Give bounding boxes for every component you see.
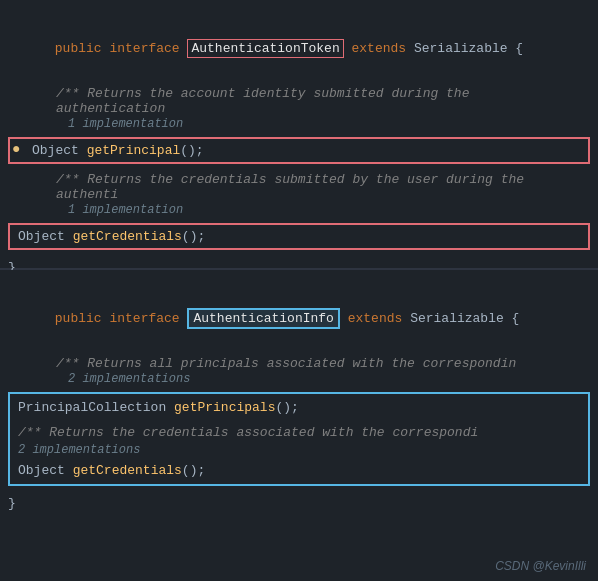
top-panel-header: public interface AuthenticationToken ext… (0, 10, 598, 84)
closing-brace-bottom: } (0, 490, 598, 517)
method-get-principals: PrincipalCollection getPrincipals(); (14, 396, 584, 419)
blue-bordered-box-bottom: PrincipalCollection getPrincipals(); /**… (8, 392, 590, 486)
method-name-get-principals: getPrincipals (174, 400, 275, 415)
bottom-panel: public interface AuthenticationInfo exte… (0, 270, 598, 581)
bullet-icon: ● (12, 141, 20, 157)
comment-1-bottom: /** Returns all principals associated wi… (16, 356, 582, 371)
serializable-ref-2: Serializable (410, 311, 504, 326)
impl-note-1-bottom: 2 implementations (16, 371, 582, 388)
keyword-extends-2: extends (348, 311, 403, 326)
method-get-credentials-top: Object getCredentials(); (14, 227, 584, 246)
method-name-get-credentials-bottom: getCredentials (73, 463, 182, 478)
comment-1-top: /** Returns the account identity submitt… (16, 86, 582, 116)
method-get-principal: Object getPrincipal(); (28, 141, 584, 160)
class-name-authentication-token: AuthenticationToken (187, 39, 343, 58)
keyword-interface-2: interface (109, 311, 179, 326)
code-viewer: public interface AuthenticationToken ext… (0, 0, 598, 581)
red-bordered-box-top-2: Object getCredentials(); (8, 223, 590, 250)
impl-note-2-top: 1 implementation (16, 202, 582, 219)
serializable-ref: Serializable (414, 41, 508, 56)
keyword-interface: interface (109, 41, 179, 56)
keyword-extends: extends (352, 41, 407, 56)
keyword-public-2: public (55, 311, 102, 326)
red-bordered-box-top: ● Object getPrincipal(); (8, 137, 590, 164)
method-name-get-principal: getPrincipal (87, 143, 181, 158)
top-panel: public interface AuthenticationToken ext… (0, 0, 598, 270)
bottom-panel-header: public interface AuthenticationInfo exte… (0, 280, 598, 354)
impl-note-1-top: 1 implementation (16, 116, 582, 133)
impl-note-2-bottom: 2 implementations (18, 440, 580, 459)
method-get-credentials-bottom: Object getCredentials(); (14, 461, 584, 482)
comment-2-bottom: /** Returns the credentials associated w… (18, 425, 580, 440)
class-name-authentication-info: AuthenticationInfo (187, 308, 339, 329)
comment-2-top: /** Returns the credentials submitted by… (16, 172, 582, 202)
watermark: CSDN @KevinIlli (495, 559, 586, 573)
keyword-public: public (55, 41, 102, 56)
method-name-get-credentials-top: getCredentials (73, 229, 182, 244)
